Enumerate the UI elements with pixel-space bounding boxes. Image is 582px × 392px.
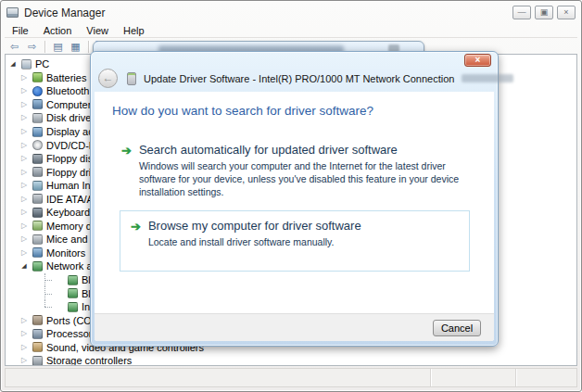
- collapsed-toggle-icon[interactable]: ▷: [19, 354, 29, 366]
- tree-item-label[interactable]: Batteries: [46, 71, 86, 84]
- collapsed-toggle-icon[interactable]: ▷: [19, 327, 29, 340]
- floppy-disk-icon: [32, 154, 43, 164]
- toolbar-separator: [88, 41, 89, 53]
- collapsed-toggle-icon[interactable]: ▷: [19, 111, 29, 124]
- cancel-button[interactable]: Cancel: [433, 320, 481, 336]
- collapsed-toggle-icon[interactable]: ▷: [19, 139, 29, 152]
- green-arrow-icon: ➔: [131, 219, 141, 249]
- menu-help[interactable]: Help: [116, 24, 152, 38]
- green-arrow-icon: ➔: [121, 143, 132, 199]
- hid-icon: [32, 181, 43, 191]
- mouse-icon: [32, 234, 43, 245]
- battery-icon: [32, 72, 43, 82]
- sound-icon: [32, 342, 43, 352]
- ports-icon: [32, 315, 43, 325]
- dialog-heading: How do you want to search for driver sof…: [112, 104, 494, 118]
- dialog-header: ← Update Driver Software - Intel(R) PRO/…: [91, 52, 498, 92]
- dialog-body: How do you want to search for driver sof…: [95, 92, 494, 313]
- menu-bar: FileActionViewHelp: [5, 24, 577, 38]
- collapsed-toggle-icon[interactable]: ▷: [19, 179, 29, 192]
- collapsed-toggle-icon[interactable]: ▷: [19, 98, 29, 111]
- display-adapter-icon: [32, 127, 43, 137]
- window-controls: — ▣ ×: [512, 6, 576, 19]
- forward-icon[interactable]: ⇨: [24, 40, 40, 54]
- collapsed-toggle-icon[interactable]: ▷: [19, 125, 29, 138]
- collapsed-toggle-icon[interactable]: ▷: [19, 247, 29, 259]
- pc-icon: [21, 59, 32, 70]
- menu-view[interactable]: View: [79, 24, 116, 38]
- collapsed-toggle-icon[interactable]: ▷: [19, 84, 29, 97]
- network-adapter-icon: [68, 275, 78, 285]
- collapsed-toggle-icon[interactable]: ▷: [19, 314, 29, 327]
- properties-icon[interactable]: ▦: [68, 40, 83, 54]
- ide-controller-icon: [32, 194, 43, 204]
- maximize-button[interactable]: ▣: [535, 6, 553, 19]
- tree-item-label[interactable]: Monitors: [46, 247, 85, 259]
- collapsed-toggle-icon[interactable]: ▷: [19, 166, 29, 179]
- monitor-icon: [32, 247, 43, 258]
- network-adapter-icon: [68, 302, 78, 312]
- window-title: Device Manager: [24, 6, 105, 19]
- tree-item-label[interactable]: Storage controllers: [46, 354, 132, 366]
- memory-icon: [32, 221, 43, 231]
- toolbar-separator: [44, 41, 45, 53]
- tree-item-label[interactable]: Keyboards: [46, 206, 95, 219]
- driver-icon: [127, 72, 136, 85]
- keyboard-icon: [32, 208, 43, 218]
- dialog-footer: Cancel: [95, 313, 494, 341]
- network-adapter-icon: [32, 261, 43, 272]
- back-button[interactable]: ←: [98, 69, 118, 88]
- bluetooth-icon: [32, 86, 43, 96]
- menu-file[interactable]: File: [5, 24, 36, 38]
- tree-item-label[interactable]: Computer: [46, 98, 91, 111]
- option-title[interactable]: Browse my computer for driver software: [148, 219, 361, 233]
- status-bar-cell: [430, 369, 515, 386]
- floppy-controller-icon: [32, 167, 43, 177]
- expanded-toggle-icon[interactable]: ◢: [8, 57, 18, 70]
- collapsed-toggle-icon[interactable]: ▷: [19, 341, 29, 354]
- status-bar: [5, 368, 577, 387]
- collapsed-toggle-icon[interactable]: ▷: [19, 206, 29, 219]
- device-manager-icon: [6, 7, 19, 18]
- status-bar-main-section: [6, 369, 430, 386]
- collapsed-toggle-icon[interactable]: ▷: [19, 152, 29, 165]
- close-button[interactable]: ×: [557, 6, 576, 19]
- option-list: ➔Search automatically for updated driver…: [95, 143, 494, 272]
- computer-icon: [32, 99, 43, 109]
- collapsed-toggle-icon[interactable]: ▷: [19, 193, 29, 206]
- collapsed-toggle-icon[interactable]: ▷: [19, 71, 29, 84]
- expanded-toggle-icon[interactable]: ◢: [19, 259, 29, 272]
- option-description: Windows will search your computer and th…: [139, 160, 469, 199]
- dialog-panel: How do you want to search for driver sof…: [95, 92, 494, 341]
- collapsed-toggle-icon[interactable]: ▷: [19, 233, 29, 246]
- storage-icon: [32, 356, 43, 366]
- option-search-automatically[interactable]: ➔Search automatically for updated driver…: [121, 143, 494, 199]
- processor-icon: [32, 329, 43, 339]
- network-adapter-icon: [68, 288, 78, 298]
- status-bar-cell: [515, 369, 576, 386]
- collapsed-toggle-icon[interactable]: ▷: [19, 220, 29, 233]
- option-title[interactable]: Search automatically for updated driver …: [139, 143, 469, 157]
- show-console-tree-icon[interactable]: ▤: [50, 40, 66, 54]
- dvd-drive-icon: [32, 140, 43, 150]
- disk-drive-icon: [32, 113, 43, 123]
- tree-item-label[interactable]: PC: [35, 57, 49, 70]
- menu-action[interactable]: Action: [36, 24, 80, 38]
- dialog-title: Update Driver Software - Intel(R) PRO/10…: [144, 73, 454, 84]
- minimize-button[interactable]: —: [512, 6, 531, 19]
- update-driver-dialog: × ← Update Driver Software - Intel(R) PR…: [90, 51, 499, 347]
- option-description: Locate and install driver software manua…: [148, 236, 361, 249]
- back-icon[interactable]: ⇦: [6, 40, 22, 54]
- tree-item-label[interactable]: Disk drives: [46, 111, 96, 124]
- redacted-text-blob: [462, 74, 513, 82]
- option-browse-computer[interactable]: ➔Browse my computer for driver softwareL…: [120, 210, 470, 272]
- title-bar: Device Manager — ▣ ×: [1, 1, 581, 24]
- tree-item-storage-controllers[interactable]: ▷Storage controllers: [6, 354, 576, 366]
